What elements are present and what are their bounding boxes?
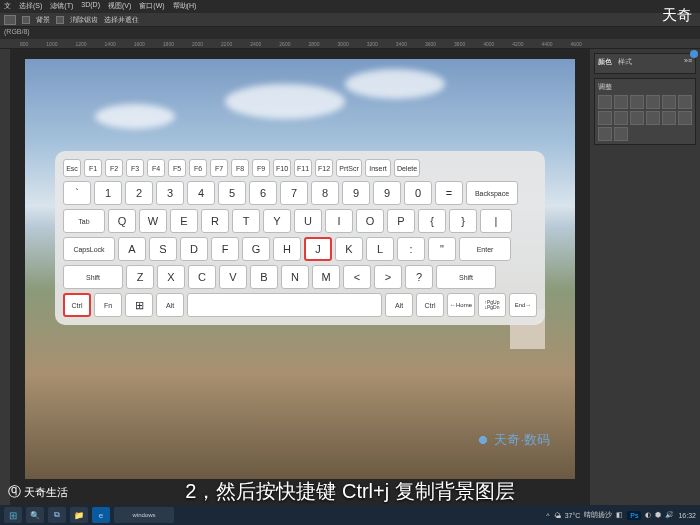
- menu-item[interactable]: 帮助(H): [173, 1, 197, 12]
- key-pgup[interactable]: ↑PgUp↓PgDn: [478, 293, 506, 317]
- key-backspace[interactable]: Backspace: [466, 181, 518, 205]
- menu-item[interactable]: 窗口(W): [139, 1, 164, 12]
- key-enter[interactable]: Enter: [459, 237, 511, 261]
- key-colon[interactable]: :: [397, 237, 425, 261]
- key-m[interactable]: M: [312, 265, 340, 289]
- key-bracket-r[interactable]: }: [449, 209, 477, 233]
- key-tab[interactable]: Tab: [63, 209, 105, 233]
- weather-icon[interactable]: 🌤: [554, 512, 561, 519]
- key-ctrl-l[interactable]: Ctrl: [63, 293, 91, 317]
- menu-item[interactable]: 视图(V): [108, 1, 131, 12]
- key-esc[interactable]: Esc: [63, 159, 81, 177]
- key-f12[interactable]: F12: [315, 159, 333, 177]
- key-z[interactable]: Z: [126, 265, 154, 289]
- explorer-icon[interactable]: 📁: [70, 507, 88, 523]
- key-space[interactable]: [187, 293, 382, 317]
- key-7[interactable]: 7: [280, 181, 308, 205]
- adj-icon[interactable]: [646, 111, 660, 125]
- key-f9[interactable]: F9: [252, 159, 270, 177]
- key-8[interactable]: 8: [311, 181, 339, 205]
- tray-icon[interactable]: 🔊: [665, 511, 674, 519]
- key-t[interactable]: T: [232, 209, 260, 233]
- adj-icon[interactable]: [662, 95, 676, 109]
- opt-button[interactable]: 选择并遮住: [104, 15, 139, 25]
- adjustments-panel[interactable]: 调整: [594, 78, 696, 145]
- adj-icon[interactable]: [598, 111, 612, 125]
- search-icon[interactable]: 🔍: [26, 507, 44, 523]
- key-g[interactable]: G: [242, 237, 270, 261]
- key-y[interactable]: Y: [263, 209, 291, 233]
- tool-icon[interactable]: [4, 15, 16, 25]
- tray-icon[interactable]: ⬢: [655, 511, 661, 519]
- menu-item[interactable]: 3D(D): [81, 1, 100, 12]
- key-4[interactable]: 4: [187, 181, 215, 205]
- key-insert[interactable]: Insert: [365, 159, 391, 177]
- adj-icon[interactable]: [630, 111, 644, 125]
- tray-icon[interactable]: ◧: [616, 511, 623, 519]
- key-x[interactable]: X: [157, 265, 185, 289]
- key-f11[interactable]: F11: [294, 159, 312, 177]
- checkbox[interactable]: [22, 16, 30, 24]
- key-f[interactable]: F: [211, 237, 239, 261]
- adj-icon[interactable]: [598, 95, 612, 109]
- key-f2[interactable]: F2: [105, 159, 123, 177]
- key-gt[interactable]: >: [374, 265, 402, 289]
- key-r[interactable]: R: [201, 209, 229, 233]
- color-panel[interactable]: 颜色样式»≡: [594, 53, 696, 74]
- key-shift-l[interactable]: Shift: [63, 265, 123, 289]
- key-win[interactable]: ⊞: [125, 293, 153, 317]
- key-o[interactable]: O: [356, 209, 384, 233]
- key-capslock[interactable]: CapsLock: [63, 237, 115, 261]
- key-end[interactable]: End→: [509, 293, 537, 317]
- key-f6[interactable]: F6: [189, 159, 207, 177]
- key-q[interactable]: Q: [108, 209, 136, 233]
- key-p[interactable]: P: [387, 209, 415, 233]
- key-l[interactable]: L: [366, 237, 394, 261]
- key-f1[interactable]: F1: [84, 159, 102, 177]
- adj-icon[interactable]: [662, 111, 676, 125]
- tray-icon[interactable]: ◐: [645, 511, 651, 519]
- key-s[interactable]: S: [149, 237, 177, 261]
- key-delete[interactable]: Delete: [394, 159, 420, 177]
- adj-icon[interactable]: [630, 95, 644, 109]
- key-f5[interactable]: F5: [168, 159, 186, 177]
- key-backslash[interactable]: |: [480, 209, 512, 233]
- key-shift-r[interactable]: Shift: [436, 265, 496, 289]
- taskbar[interactable]: ⊞ 🔍 ⧉ 📁 e windows ^ 🌤 37°C 晴朗扬沙 ◧ Ps ◐ ⬢…: [0, 505, 700, 525]
- key-slash[interactable]: ?: [405, 265, 433, 289]
- key-e[interactable]: E: [170, 209, 198, 233]
- key-f4[interactable]: F4: [147, 159, 165, 177]
- checkbox[interactable]: [56, 16, 64, 24]
- key-u[interactable]: U: [294, 209, 322, 233]
- key-6[interactable]: 6: [249, 181, 277, 205]
- key-ctrl-r[interactable]: Ctrl: [416, 293, 444, 317]
- key-f3[interactable]: F3: [126, 159, 144, 177]
- edge-icon[interactable]: e: [92, 507, 110, 523]
- adj-icon[interactable]: [614, 111, 628, 125]
- menu-item[interactable]: 滤镜(T): [50, 1, 73, 12]
- key-k[interactable]: K: [335, 237, 363, 261]
- key-eq[interactable]: =: [435, 181, 463, 205]
- key-9[interactable]: 9: [342, 181, 370, 205]
- adj-icon[interactable]: [614, 127, 628, 141]
- key-d[interactable]: D: [180, 237, 208, 261]
- key-2[interactable]: 2: [125, 181, 153, 205]
- key-b[interactable]: B: [250, 265, 278, 289]
- key-a[interactable]: A: [118, 237, 146, 261]
- key-alt-r[interactable]: Alt: [385, 293, 413, 317]
- key-9[interactable]: 9: [373, 181, 401, 205]
- key-3[interactable]: 3: [156, 181, 184, 205]
- key-i[interactable]: I: [325, 209, 353, 233]
- start-button[interactable]: ⊞: [4, 507, 22, 523]
- task-view-icon[interactable]: ⧉: [48, 507, 66, 523]
- key-tilde[interactable]: `: [63, 181, 91, 205]
- tools-panel[interactable]: [0, 49, 10, 515]
- ps-icon[interactable]: Ps: [627, 511, 641, 520]
- key-5[interactable]: 5: [218, 181, 246, 205]
- key-n[interactable]: N: [281, 265, 309, 289]
- key-j[interactable]: J: [304, 237, 332, 261]
- adj-icon[interactable]: [678, 111, 692, 125]
- menu-item[interactable]: 文: [4, 1, 11, 12]
- tray-icon[interactable]: ^: [546, 512, 549, 519]
- adj-icon[interactable]: [614, 95, 628, 109]
